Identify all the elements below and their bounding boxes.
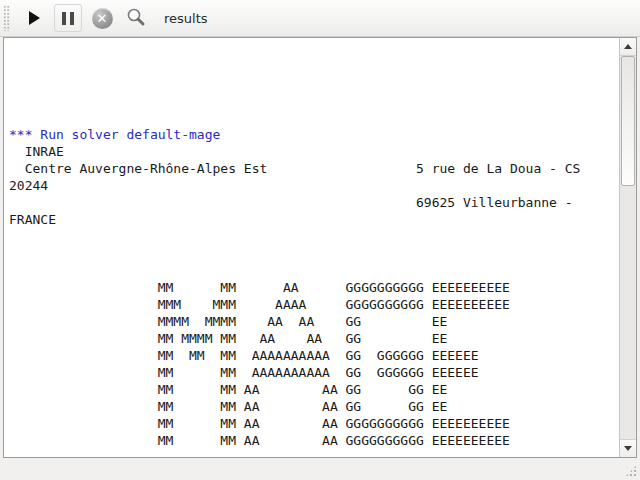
search-icon — [125, 7, 147, 29]
log-line: Centre Auvergne-Rhône-Alpes Est 5 rue de… — [9, 160, 619, 177]
log-output[interactable]: .. 1 *** Run solver default-mage INRAE C… — [4, 38, 619, 457]
log-line: MM MMMM MM AA AA GG EE — [9, 330, 619, 347]
log-line: MMMM MMMM AA AA GG EE — [9, 313, 619, 330]
pause-solver-button[interactable] — [54, 4, 82, 32]
search-button[interactable] — [122, 4, 150, 32]
log-line: MM MM AAAAAAAAAA GG GGGGGG EEEEEE — [9, 364, 619, 381]
pause-icon — [62, 12, 74, 25]
log-line: FRANCE — [9, 211, 619, 228]
run-solver-button[interactable] — [20, 4, 48, 32]
scroll-up-button[interactable] — [620, 38, 636, 56]
log-line: INRAE — [9, 143, 619, 160]
abort-solver-button[interactable]: ✕ — [88, 4, 116, 32]
log-line — [9, 449, 619, 457]
log-line: MM MM AA AA GG GG EE — [9, 398, 619, 415]
scroll-down-button[interactable] — [620, 439, 636, 457]
log-line: MMM MMM AAAA GGGGGGGGGG EEEEEEEEEE — [9, 296, 619, 313]
log-line: MM MM AA AA GGGGGGGGGG EEEEEEEEEE — [9, 415, 619, 432]
scrollbar-thumb[interactable] — [621, 56, 635, 186]
log-line: MM MM AA AA GG GG EE — [9, 381, 619, 398]
log-line — [9, 245, 619, 262]
clipped-log-line: .. 1 — [9, 72, 619, 75]
log-line: *** Run solver default-mage — [9, 126, 619, 143]
abort-cross-icon: ✕ — [92, 8, 113, 29]
results-window: ✕ results .. 1 *** Run solver default-ma… — [0, 0, 640, 480]
window-bottom-strip — [0, 458, 640, 480]
log-line: MM MM AA GGGGGGGGGG EEEEEEEEEE — [9, 279, 619, 296]
arrow-up-icon — [624, 44, 632, 49]
toolbar-drag-handle[interactable] — [3, 5, 10, 31]
log-line — [9, 228, 619, 245]
solver-log-frame: .. 1 *** Run solver default-mage INRAE C… — [3, 37, 637, 458]
log-line: MM MM AA AA GGGGGGGGGG EEEEEEEEEE — [9, 432, 619, 449]
log-line: MM MM MM AAAAAAAAAA GG GGGGGG EEEEEE — [9, 347, 619, 364]
log-line: 20244 — [9, 177, 619, 194]
arrow-down-icon — [624, 446, 632, 451]
results-tab-label: results — [164, 11, 208, 26]
log-line — [9, 262, 619, 279]
vertical-scrollbar[interactable] — [619, 38, 636, 457]
toolbar: ✕ results — [0, 0, 640, 37]
play-icon — [29, 11, 40, 25]
log-line: 69625 Villeurbanne - — [9, 194, 619, 211]
